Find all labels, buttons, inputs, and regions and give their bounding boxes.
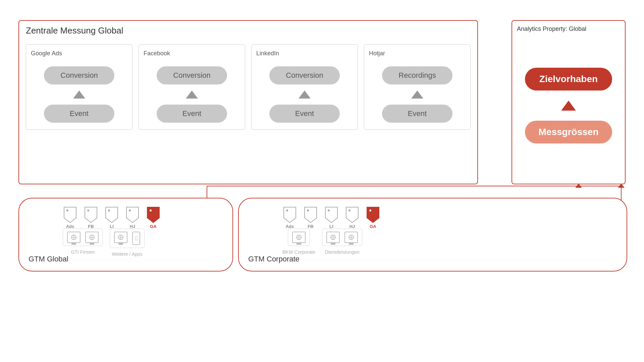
fb-tag-icon	[84, 206, 98, 223]
corp-li-tag-icon	[324, 206, 339, 223]
linkedin-event-pill: Event	[269, 105, 340, 123]
zentrale-title: Zentrale Messung Global	[26, 25, 123, 36]
svg-point-22	[136, 239, 136, 240]
corp-tag-li: LI	[324, 206, 339, 229]
svg-point-24	[307, 209, 309, 212]
corp-tag-hj: HJ	[345, 206, 360, 229]
dienstleistungen-icons	[322, 229, 362, 246]
tag-hj: HJ	[125, 206, 140, 229]
dienst-monitor-1	[326, 232, 340, 243]
tag-li: LI	[104, 206, 119, 229]
svg-point-9	[108, 209, 110, 212]
hotjar-event-pill: Event	[382, 105, 452, 123]
svg-point-25	[328, 209, 330, 212]
gtm-global-title: GTM Global	[29, 255, 68, 263]
zentrale-messung-box: Zentrale Messung Global Google Ads Conve…	[18, 20, 478, 184]
platform-facebook: Facebook Conversion Event	[139, 44, 245, 130]
bkw-monitor-1	[292, 232, 306, 243]
main-canvas: Zentrale Messung Global Google Ads Conve…	[0, 0, 644, 362]
monitor-2	[85, 232, 99, 243]
fb-label: FB	[88, 224, 94, 229]
bkw-corporate-icons	[288, 229, 310, 246]
gti-firmen-group: GTI Firmen	[63, 229, 103, 257]
hotjar-arrow	[411, 90, 423, 99]
monitor-1	[67, 232, 80, 243]
li-label: LI	[110, 224, 114, 229]
dienstleistungen-label: Dienstleistungen	[325, 249, 360, 255]
platform-linkedin: LinkedIn Conversion Event	[251, 44, 358, 130]
tag-ads: Ads	[63, 206, 77, 229]
gtm-global-sites: GTI Firmen Weitere / Apps	[63, 229, 145, 257]
bkw-corporate-group: BKW Corporate	[282, 229, 315, 255]
hotjar-title: Hotjar	[369, 50, 385, 57]
gti-firmen-icons	[63, 229, 103, 246]
corp-fb-tag-icon	[303, 206, 318, 223]
gtm-global-box: GTM Global Ads FB	[18, 198, 233, 272]
platform-hotjar: Hotjar Recordings Event	[364, 44, 471, 130]
messgroessen-pill: Messgrössen	[525, 121, 612, 143]
google-ads-title: Google Ads	[31, 50, 62, 57]
corp-li-label: LI	[329, 224, 333, 229]
ga-tag-icon	[146, 206, 161, 223]
corp-tag-fb: FB	[303, 206, 318, 229]
corp-ga-tag-icon	[366, 206, 380, 223]
li-tag-icon	[104, 206, 119, 223]
corp-hj-tag-icon	[345, 206, 360, 223]
corp-tag-ads: Ads	[282, 206, 297, 229]
ga-label-global: GA	[150, 224, 157, 229]
ads-label: Ads	[66, 224, 74, 229]
svg-point-26	[348, 209, 351, 212]
gtm-corporate-sites: BKW Corporate Dienstleistungen	[282, 229, 362, 255]
hj-label: HJ	[130, 224, 136, 229]
tag-ga-global: GA	[146, 206, 161, 229]
platforms-row: Google Ads Conversion Event Facebook Con…	[26, 44, 471, 130]
gtm-global-tags-row: Ads FB LI	[63, 206, 161, 229]
google-ads-arrow	[73, 90, 85, 99]
linkedin-conversion-pill: Conversion	[269, 66, 340, 84]
zielvorhaben-pill: Zielvorhaben	[525, 68, 612, 90]
hotjar-recordings-pill: Recordings	[382, 66, 452, 84]
svg-point-7	[66, 209, 68, 212]
gtm-corporate-box: GTM Corporate Ads FB	[238, 198, 627, 272]
svg-point-11	[150, 209, 152, 212]
analytics-inner: Zielvorhaben Messgrössen	[519, 41, 618, 170]
linkedin-title: LinkedIn	[256, 50, 279, 57]
bkw-corporate-label: BKW Corporate	[282, 249, 315, 255]
tag-fb: FB	[84, 206, 98, 229]
analytics-title: Analytics Property: Global	[517, 25, 586, 33]
svg-point-10	[129, 209, 131, 212]
dienst-monitor-2	[344, 232, 358, 243]
facebook-event-pill: Event	[157, 105, 227, 123]
weitere-apps-group: Weitere / Apps	[110, 229, 145, 257]
google-ads-event-pill: Event	[44, 105, 114, 123]
corp-ads-tag-icon	[282, 206, 297, 223]
corp-tag-ga: GA	[366, 206, 380, 229]
corp-hj-label: HJ	[350, 224, 355, 229]
facebook-title: Facebook	[144, 50, 170, 57]
corp-fb-label: FB	[308, 224, 313, 229]
svg-point-27	[369, 209, 371, 212]
svg-point-23	[286, 209, 288, 212]
facebook-conversion-pill: Conversion	[157, 66, 227, 84]
corp-ads-label: Ads	[286, 224, 294, 229]
hj-tag-icon	[125, 206, 140, 223]
linkedin-arrow	[299, 90, 311, 99]
gtm-corporate-tags-row: Ads FB LI	[282, 206, 380, 229]
dienstleistungen-group: Dienstleistungen	[322, 229, 362, 255]
phone-icon-1	[132, 232, 140, 245]
gtm-corporate-title: GTM Corporate	[248, 255, 300, 263]
analytics-arrow-up	[561, 101, 576, 111]
analytics-property-box: Analytics Property: Global Zielvorhaben …	[512, 20, 626, 184]
svg-point-8	[87, 209, 89, 212]
google-ads-conversion-pill: Conversion	[44, 66, 114, 84]
ads-tag-icon	[63, 206, 77, 223]
weitere-apps-label: Weitere / Apps	[112, 251, 143, 257]
platform-google-ads: Google Ads Conversion Event	[26, 44, 132, 130]
corp-ga-label: GA	[370, 224, 376, 229]
gti-firmen-label: GTI Firmen	[71, 249, 95, 255]
facebook-arrow	[186, 90, 198, 99]
weitere-apps-icons	[110, 229, 145, 248]
monitor-3	[114, 232, 127, 243]
